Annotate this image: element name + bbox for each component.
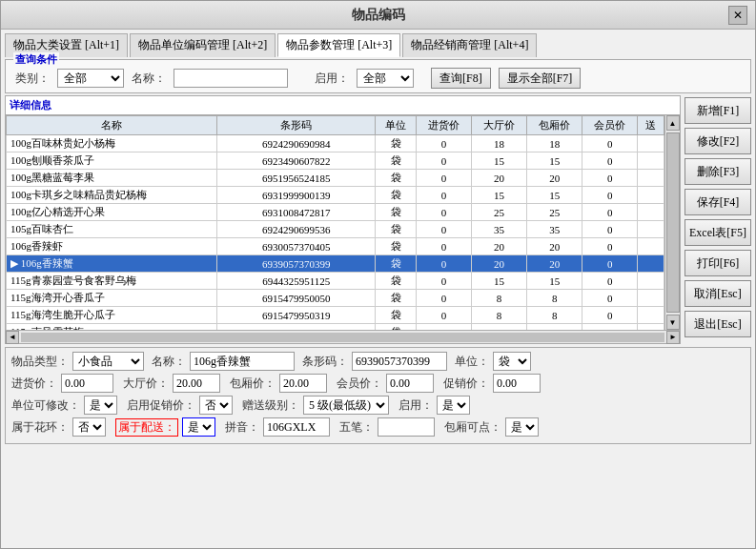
stroke-input[interactable] <box>378 417 435 437</box>
window-title: 物品编码 <box>352 7 405 24</box>
form-unit-select[interactable]: 袋 <box>493 352 531 371</box>
form-enable-select[interactable]: 是 <box>437 396 470 415</box>
scrollbar[interactable]: ▲ ▼ <box>664 115 680 330</box>
tab-bar: 物品大类设置 [Alt+1] 物品单位编码管理 [Alt+2] 物品参数管理 [… <box>1 30 755 57</box>
scroll-down-button[interactable]: ▼ <box>666 315 680 330</box>
tab-unit[interactable]: 物品单位编码管理 [Alt+2] <box>130 33 276 57</box>
print-button[interactable]: 打印[F6] <box>684 250 751 276</box>
cancel-button[interactable]: 取消[Esc] <box>684 280 751 307</box>
col-purchase: 进货价 <box>417 116 472 135</box>
exit-button[interactable]: 退出[Esc] <box>684 311 751 337</box>
gift-select[interactable]: 5 级(最低级) <box>303 396 389 415</box>
col-unit: 单位 <box>376 116 417 135</box>
table-row[interactable]: 106g香辣虾6930057370405袋020200 <box>7 238 664 255</box>
form-purchase-input[interactable] <box>61 374 113 393</box>
form-purchase-label: 进货价： <box>11 376 57 392</box>
col-member: 会员价 <box>582 116 638 135</box>
detail-section-title: 详细信息 <box>6 96 680 115</box>
col-hall: 大厅价 <box>472 116 527 135</box>
table-row[interactable]: ▶ 106g香辣蟹6939057370399袋020200 <box>7 255 664 273</box>
query-section-title: 查询条件 <box>13 52 59 67</box>
table-row[interactable]: 100g卡琪乡之味精品贵妃杨梅6931999900139袋015150 <box>7 187 664 204</box>
delete-button[interactable]: 删除[F3] <box>684 158 751 185</box>
enable-promo-label: 启用促销价： <box>127 397 195 414</box>
form-hall-label: 大厅价： <box>123 376 169 392</box>
col-name: 名称 <box>7 116 217 135</box>
enable-select[interactable]: 全部 <box>357 69 414 88</box>
scroll-left-button[interactable]: ◄ <box>6 331 19 344</box>
h-scrollbar[interactable]: ◄ ► <box>6 330 680 343</box>
table-row[interactable]: 115g海湾开心香瓜子6915479950050袋0880 <box>7 290 664 307</box>
delivery-select[interactable]: 是 <box>182 417 215 437</box>
product-type-select[interactable]: 小食品 <box>72 352 144 371</box>
detail-form: 物品类型： 小食品 名称： 条形码： 单位： 袋 进货价： 大厅价： 包厢价： … <box>5 347 751 444</box>
table-row[interactable]: 100g黑糖蓝莓李果6951956524185袋020200 <box>7 170 664 187</box>
save-button[interactable]: 保存[F4] <box>684 189 751 215</box>
h-scroll-thumb[interactable] <box>21 333 664 342</box>
col-box: 包厢价 <box>527 116 582 135</box>
flower-select[interactable]: 否 <box>72 417 106 437</box>
tab-params[interactable]: 物品参数管理 [Alt+3] <box>277 33 400 57</box>
edit-button[interactable]: 修改[F2] <box>684 128 751 154</box>
scroll-up-button[interactable]: ▲ <box>666 115 680 131</box>
form-name-input[interactable] <box>190 352 295 371</box>
stroke-label: 五笔： <box>339 419 374 436</box>
query-button[interactable]: 查询[F8] <box>431 68 491 89</box>
form-barcode-input[interactable] <box>352 352 447 371</box>
unit-editable-select[interactable]: 是 <box>84 396 117 415</box>
tab-dealer[interactable]: 物品经销商管理 [Alt+4] <box>402 33 537 57</box>
box-point-select[interactable]: 是 <box>505 417 539 437</box>
pinyin-input[interactable] <box>263 417 330 437</box>
name-input[interactable] <box>174 69 288 88</box>
col-barcode: 条形码 <box>217 116 376 135</box>
table-row[interactable]: 115g南风雪花梅6952538103293袋015150 <box>7 324 664 331</box>
form-name-label: 名称： <box>152 354 186 370</box>
table-row[interactable]: 100g百味林贵妃小杨梅6924290690984袋018180 <box>7 135 664 152</box>
type-label: 类别： <box>15 71 50 87</box>
form-promo-label: 促销价： <box>443 376 489 392</box>
form-box-input[interactable] <box>279 374 327 393</box>
col-delivery: 送 <box>638 116 664 135</box>
pinyin-label: 拼音： <box>225 419 259 436</box>
form-barcode-label: 条形码： <box>302 354 348 370</box>
unit-editable-label: 单位可修改： <box>11 397 80 414</box>
form-unit-label: 单位： <box>455 354 489 370</box>
table-row[interactable]: 100g亿心精选开心果6931008472817袋025250 <box>7 204 664 221</box>
form-promo-input[interactable] <box>493 374 541 393</box>
scroll-right-button[interactable]: ► <box>666 331 680 344</box>
name-label: 名称： <box>132 71 166 87</box>
form-box-label: 包厢价： <box>230 376 276 392</box>
product-table: 名称 条形码 单位 进货价 大厅价 包厢价 会员价 送 100g百味林 <box>6 115 664 330</box>
flower-label: 属于花环： <box>11 419 69 436</box>
enable-promo-select[interactable]: 否 <box>199 396 233 415</box>
close-button[interactable]: ✕ <box>728 6 747 25</box>
scroll-thumb[interactable] <box>666 132 680 313</box>
show-all-button[interactable]: 显示全部[F7] <box>499 68 582 89</box>
table-row[interactable]: 100g刨顺香茶瓜子6923490607822袋015150 <box>7 152 664 170</box>
table-row[interactable]: 115g青寨园壹号食客野乌梅6944325951125袋015150 <box>7 273 664 290</box>
form-member-input[interactable] <box>386 374 434 393</box>
delivery-label: 属于配送： <box>115 418 178 437</box>
table-row[interactable]: 115g海湾生脆开心瓜子6915479950319袋0880 <box>7 307 664 324</box>
title-bar: 物品编码 ✕ <box>1 1 755 30</box>
gift-label: 赠送级别： <box>242 397 299 414</box>
excel-button[interactable]: Excel表[F5] <box>684 219 751 246</box>
type-select[interactable]: 全部 <box>57 69 124 88</box>
table-row[interactable]: 105g百味杏仁6924290699536袋035350 <box>7 221 664 238</box>
box-point-label: 包厢可点： <box>444 419 501 436</box>
main-window: 物品编码 ✕ 物品大类设置 [Alt+1] 物品单位编码管理 [Alt+2] 物… <box>0 0 756 549</box>
enable-label: 启用： <box>315 71 349 87</box>
product-type-label: 物品类型： <box>11 354 69 370</box>
right-button-group: 新增[F1] 修改[F2] 删除[F3] 保存[F4] Excel表[F5] 打… <box>684 95 751 344</box>
form-hall-input[interactable] <box>173 374 220 393</box>
form-enable-label: 启用： <box>398 397 433 414</box>
form-member-label: 会员价： <box>337 376 382 392</box>
new-button[interactable]: 新增[F1] <box>684 97 751 124</box>
